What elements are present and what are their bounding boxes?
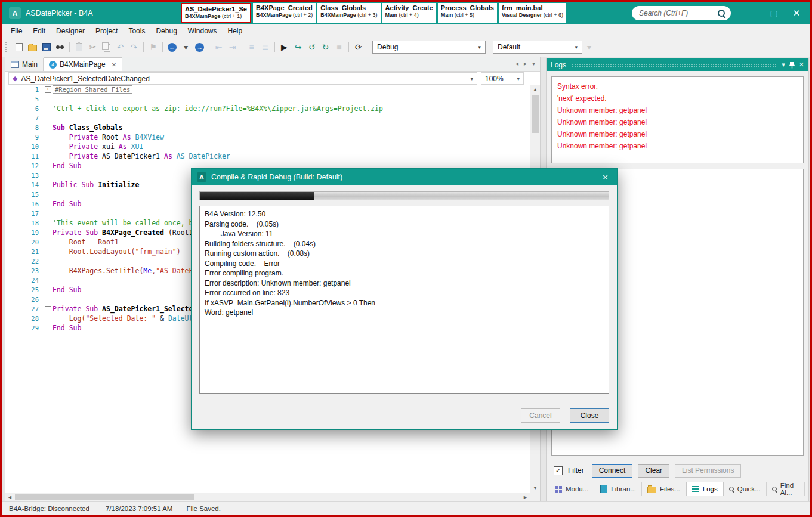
- redo-icon[interactable]: ↷: [127, 40, 141, 54]
- pin-icon[interactable]: [789, 61, 795, 69]
- tab-close-icon[interactable]: ✕: [112, 61, 116, 68]
- clear-button[interactable]: Clear: [638, 464, 669, 478]
- dialog-close-button[interactable]: Close: [570, 408, 609, 423]
- toolbar-drag-handle[interactable]: [5, 42, 9, 52]
- cancel-button[interactable]: Cancel: [521, 408, 560, 423]
- navigate-forward-icon[interactable]: →: [193, 40, 206, 54]
- line-number: 19: [5, 229, 43, 236]
- toolbar-overflow-icon[interactable]: ▾: [582, 40, 596, 54]
- compile-progress-bar: [199, 191, 609, 200]
- uncomment-icon[interactable]: ≣: [258, 40, 272, 54]
- connect-button[interactable]: Connect: [592, 464, 633, 478]
- panel-menu-icon[interactable]: ▾: [782, 61, 785, 69]
- tab-list-icon[interactable]: ▾: [532, 60, 535, 67]
- nav-tab[interactable]: AS_DatePicker1_SelectedDateChangedB4XMai…: [181, 3, 251, 23]
- log-entry: Unknown member: getpanel: [557, 128, 798, 140]
- copy-icon[interactable]: [100, 40, 113, 54]
- indent-icon[interactable]: ⇥: [226, 40, 239, 54]
- run-icon[interactable]: ▶: [277, 40, 291, 54]
- maximize-button[interactable]: ▢: [762, 8, 785, 18]
- open-project-icon[interactable]: [26, 40, 39, 54]
- undo-icon[interactable]: ↶: [113, 40, 127, 54]
- mag-icon: [772, 487, 777, 491]
- menu-item-project[interactable]: Project: [90, 27, 123, 35]
- menu-item-designer[interactable]: Designer: [51, 27, 90, 35]
- dialog-title: Compile & Rapid Debug (Build: Default): [211, 173, 342, 181]
- list-permissions-button[interactable]: List Permissions: [675, 464, 741, 478]
- menu-item-file[interactable]: File: [5, 27, 27, 35]
- output-line: If xASVP_Main.GetPanel(i).NumberOfViews …: [205, 298, 604, 308]
- save-all-icon[interactable]: [39, 40, 53, 54]
- tab-scroll-right-icon[interactable]: ▸: [524, 60, 527, 67]
- fold-toggle-icon[interactable]: -: [45, 125, 51, 131]
- line-number: 21: [5, 248, 43, 255]
- find-in-files-icon[interactable]: [53, 40, 67, 54]
- new-project-icon[interactable]: [12, 40, 26, 54]
- app-window: A ASDatePicker - B4A AS_DatePicker1_Sele…: [0, 0, 812, 517]
- menu-item-debug[interactable]: Debug: [150, 27, 182, 35]
- menu-item-windows[interactable]: Windows: [183, 27, 223, 35]
- fold-toggle-icon[interactable]: -: [45, 182, 51, 188]
- editor-tab-b4xmainpage[interactable]: 4B4XMainPage✕: [44, 57, 122, 71]
- step-into-icon[interactable]: ↪: [291, 40, 305, 54]
- nav-tab[interactable]: Activity_CreateMain (ctrl + 4): [382, 3, 436, 23]
- filter-checkbox[interactable]: ✓: [554, 466, 563, 475]
- panel-tab-logs[interactable]: Logs: [686, 482, 724, 496]
- scroll-right-icon[interactable]: ▶: [521, 493, 530, 501]
- menu-item-edit[interactable]: Edit: [27, 27, 51, 35]
- horizontal-scroll-thumb[interactable]: [15, 494, 194, 500]
- fold-toggle-icon[interactable]: +: [45, 86, 51, 93]
- build-configuration-dropdown[interactable]: Debug▾: [372, 41, 486, 54]
- conditional-symbols-dropdown[interactable]: Default▾: [493, 41, 582, 54]
- search-box[interactable]: [632, 6, 731, 20]
- cut-icon[interactable]: ✂: [86, 40, 100, 54]
- toolbar-separator: [274, 42, 275, 52]
- line-number: 28: [5, 315, 43, 322]
- step-over-icon[interactable]: ↺: [305, 40, 319, 54]
- paste-icon[interactable]: [72, 40, 86, 54]
- minimize-button[interactable]: –: [740, 8, 762, 18]
- scroll-down-icon[interactable]: ▼: [530, 484, 540, 493]
- search-input[interactable]: [638, 8, 718, 18]
- bookmark-icon[interactable]: ⚑: [146, 40, 160, 54]
- nav-tab[interactable]: Process_GlobalsMain (ctrl + 5): [438, 3, 497, 23]
- close-button[interactable]: ✕: [785, 8, 808, 18]
- menu-item-help[interactable]: Help: [223, 27, 248, 35]
- window-controls: – ▢ ✕: [740, 2, 808, 24]
- tab-scroll-left-icon[interactable]: ◂: [515, 60, 518, 67]
- horizontal-scrollbar[interactable]: ◀ ▶: [5, 493, 530, 501]
- stop-icon[interactable]: ■: [332, 40, 346, 54]
- code-line: 7: [5, 113, 530, 123]
- line-number: 15: [5, 191, 43, 198]
- clean-rebuild-icon[interactable]: ⟳: [351, 40, 365, 54]
- navigate-back-menu-icon[interactable]: ▾: [179, 40, 193, 54]
- dialog-close-icon[interactable]: ✕: [599, 173, 612, 182]
- scroll-left-icon[interactable]: ◀: [5, 493, 14, 501]
- editor-tab-main[interactable]: Main: [5, 58, 44, 71]
- outdent-icon[interactable]: ⇤: [212, 40, 226, 54]
- logs-filter-row: ✓ Filter Connect Clear List Permissions: [554, 463, 804, 478]
- logs-header[interactable]: Logs ▾ ✕: [547, 58, 808, 71]
- panel-tab-files[interactable]: Files...: [642, 482, 686, 496]
- nav-tab[interactable]: B4XPage_CreatedB4XMainPage (ctrl + 2): [253, 3, 316, 23]
- panel-tab-quick[interactable]: Quick...: [724, 482, 767, 496]
- comment-icon[interactable]: ≡: [245, 40, 258, 54]
- member-dropdown[interactable]: ◆ AS_DatePicker1_SelectedDateChanged ▾: [8, 72, 477, 85]
- vertical-scroll-thumb[interactable]: [532, 95, 539, 133]
- fold-toggle-icon[interactable]: -: [45, 230, 51, 236]
- panel-tab-findal[interactable]: Find Al...: [767, 482, 805, 496]
- panel-tab-modu[interactable]: Modu...: [550, 482, 594, 496]
- nav-tab[interactable]: Class_GlobalsB4XMainPage (ctrl + 3): [317, 3, 380, 23]
- menu-item-tools[interactable]: Tools: [123, 27, 150, 35]
- dialog-title-bar[interactable]: A Compile & Rapid Debug (Build: Default)…: [192, 169, 617, 185]
- navigate-back-icon[interactable]: ←: [165, 40, 179, 54]
- panel-tab-librari[interactable]: Librari...: [594, 482, 642, 496]
- nav-tab[interactable]: frm_main.balVisual Designer (ctrl + 6): [499, 3, 566, 23]
- grid-icon: [555, 486, 562, 493]
- panel-close-icon[interactable]: ✕: [799, 61, 804, 69]
- bridge-status: B4A-Bridge: Disconnected: [9, 505, 89, 512]
- zoom-dropdown[interactable]: 100% ▾: [481, 72, 524, 85]
- scroll-up-icon[interactable]: ▲: [530, 85, 540, 94]
- step-out-icon[interactable]: ↻: [319, 40, 332, 54]
- fold-toggle-icon[interactable]: -: [45, 306, 51, 312]
